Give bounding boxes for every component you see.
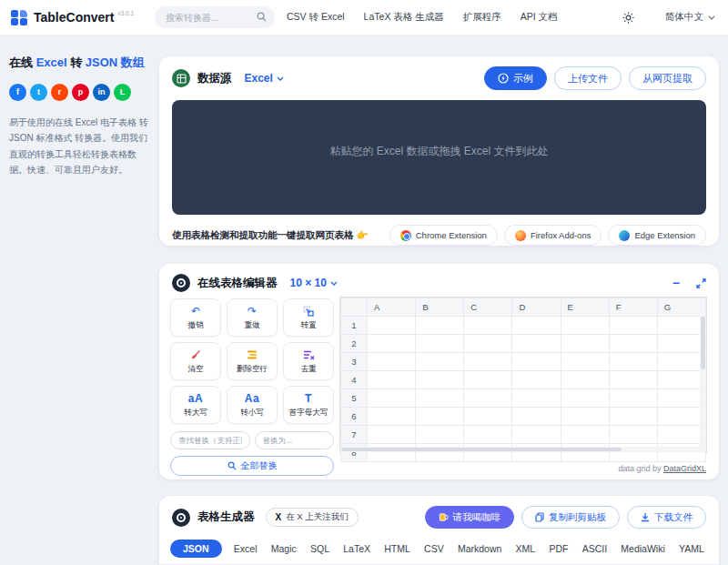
- cell-B5[interactable]: [416, 389, 464, 408]
- cell-D5[interactable]: [512, 389, 561, 408]
- cell-G1[interactable]: [657, 317, 705, 335]
- row-header-6[interactable]: 6: [341, 408, 368, 426]
- chrome-extension-button[interactable]: Chrome Extension: [389, 225, 498, 246]
- source-format-dropdown[interactable]: Excel: [245, 72, 284, 85]
- fullscreen-expand-icon[interactable]: [696, 278, 706, 288]
- transpose-button[interactable]: 转置: [283, 298, 334, 337]
- tab-mediawiki[interactable]: MediaWiki: [619, 540, 666, 558]
- follow-on-x-button[interactable]: X在 X 上关注我们: [266, 508, 359, 527]
- tab-magic[interactable]: Magic: [269, 540, 298, 558]
- cell-A2[interactable]: [368, 335, 416, 353]
- cell-B4[interactable]: [416, 371, 464, 389]
- column-header-E[interactable]: E: [561, 298, 609, 317]
- row-header-3[interactable]: 3: [341, 353, 368, 371]
- cell-A3[interactable]: [368, 353, 416, 371]
- cell-G3[interactable]: [657, 353, 705, 371]
- tab-html[interactable]: HTML: [382, 540, 412, 558]
- tab-xml[interactable]: XML: [514, 540, 538, 558]
- column-header-C[interactable]: C: [464, 298, 512, 317]
- cell-F1[interactable]: [609, 317, 657, 335]
- grid-size-dropdown[interactable]: 10 × 10: [290, 277, 338, 289]
- to-uppercase-button[interactable]: aA转大写: [170, 386, 221, 424]
- tab-csv[interactable]: CSV: [422, 540, 446, 558]
- edge-extension-button[interactable]: Edge Extension: [608, 225, 706, 246]
- cell-B6[interactable]: [416, 408, 464, 426]
- vertical-scrollbar[interactable]: [700, 316, 706, 452]
- redo-button[interactable]: ↷重做: [227, 298, 278, 337]
- cell-E7[interactable]: [561, 426, 609, 444]
- tab-sql[interactable]: SQL: [308, 540, 331, 558]
- datagridxl-link[interactable]: DataGridXL: [663, 464, 706, 473]
- cell-E5[interactable]: [561, 389, 609, 408]
- cell-E2[interactable]: [561, 335, 609, 353]
- language-selector[interactable]: 简体中文: [665, 11, 715, 24]
- cell-C6[interactable]: [464, 408, 512, 426]
- cell-A5[interactable]: [368, 389, 416, 408]
- cell-C7[interactable]: [464, 426, 512, 444]
- pinterest-icon[interactable]: p: [72, 84, 89, 101]
- horizontal-scrollbar[interactable]: [340, 447, 700, 452]
- cell-G5[interactable]: [657, 389, 705, 408]
- clear-button[interactable]: 清空: [170, 342, 221, 380]
- column-header-D[interactable]: D: [512, 298, 561, 317]
- replace-input[interactable]: [255, 431, 335, 449]
- tab-markdown[interactable]: Markdown: [456, 540, 503, 558]
- dedupe-button[interactable]: 去重: [283, 342, 334, 380]
- cell-F2[interactable]: [609, 335, 657, 353]
- tab-yaml[interactable]: YAML: [677, 540, 706, 558]
- cell-B1[interactable]: [416, 317, 464, 335]
- row-header-5[interactable]: 5: [341, 389, 368, 408]
- column-header-B[interactable]: B: [416, 298, 464, 317]
- cell-F4[interactable]: [609, 371, 657, 389]
- upload-file-button[interactable]: 上传文件: [554, 66, 622, 90]
- column-header-F[interactable]: F: [609, 298, 657, 317]
- cell-G6[interactable]: [657, 408, 705, 426]
- cell-E1[interactable]: [561, 317, 609, 335]
- cell-E3[interactable]: [561, 353, 609, 371]
- row-header-1[interactable]: 1: [341, 317, 368, 335]
- nav-item-csv-to-excel[interactable]: CSV 转 Excel: [287, 11, 345, 24]
- line-icon[interactable]: L: [114, 84, 131, 101]
- cell-A4[interactable]: [368, 371, 416, 389]
- cell-C3[interactable]: [464, 353, 512, 371]
- corner-cell[interactable]: [341, 298, 368, 317]
- linkedin-icon[interactable]: in: [93, 84, 110, 101]
- cell-F7[interactable]: [609, 426, 657, 444]
- tab-latex[interactable]: LaTeX: [341, 540, 372, 558]
- column-header-A[interactable]: A: [368, 298, 416, 317]
- cell-D1[interactable]: [512, 317, 561, 335]
- column-header-G[interactable]: G: [657, 298, 705, 317]
- cell-C1[interactable]: [464, 317, 512, 335]
- nav-item-api-docs[interactable]: API 文档: [521, 11, 558, 24]
- extract-from-web-button[interactable]: 从网页提取: [629, 66, 706, 90]
- cell-B7[interactable]: [416, 426, 464, 444]
- cell-E4[interactable]: [561, 371, 609, 389]
- excel-paste-dropzone[interactable]: 粘贴您的 Excel 数据或拖拽 Excel 文件到此处: [172, 100, 706, 215]
- cell-A7[interactable]: [368, 426, 416, 444]
- tab-excel[interactable]: Excel: [232, 540, 259, 558]
- to-lowercase-button[interactable]: Aa转小写: [227, 386, 278, 424]
- facebook-icon[interactable]: f: [9, 84, 26, 101]
- collapse-editor-icon[interactable]: −: [672, 277, 680, 289]
- cell-B2[interactable]: [416, 335, 464, 353]
- nav-item-latex-generator[interactable]: LaTeX 表格 生成器: [364, 11, 444, 24]
- cell-C2[interactable]: [464, 335, 512, 353]
- capitalize-button[interactable]: T首字母大写: [283, 386, 334, 424]
- cell-D7[interactable]: [512, 426, 561, 444]
- cell-D3[interactable]: [512, 353, 561, 371]
- buy-me-coffee-button[interactable]: 请我喝咖啡: [425, 506, 515, 529]
- firefox-addons-button[interactable]: Firefox Add-ons: [504, 225, 602, 246]
- cell-C5[interactable]: [464, 389, 512, 408]
- example-button[interactable]: 示例: [484, 66, 547, 90]
- cell-E6[interactable]: [561, 408, 609, 426]
- theme-toggle-sun-icon[interactable]: [622, 12, 634, 24]
- cell-F5[interactable]: [609, 389, 657, 408]
- copy-to-clipboard-button[interactable]: 复制到剪贴板: [521, 506, 620, 529]
- cell-A6[interactable]: [368, 408, 416, 426]
- twitter-icon[interactable]: t: [30, 84, 47, 101]
- cell-D2[interactable]: [512, 335, 561, 353]
- cell-C4[interactable]: [464, 371, 512, 389]
- cell-G7[interactable]: [657, 426, 705, 444]
- cell-F3[interactable]: [609, 353, 657, 371]
- row-header-2[interactable]: 2: [341, 335, 368, 353]
